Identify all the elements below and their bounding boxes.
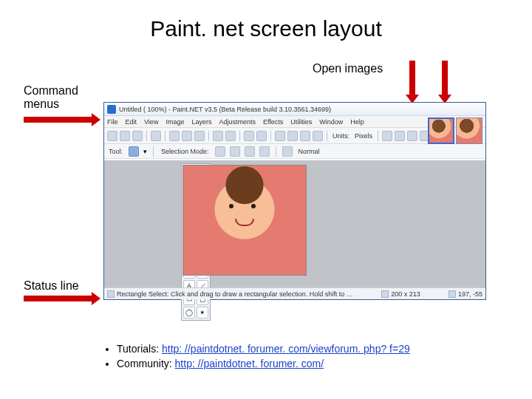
- menu-edit[interactable]: Edit: [126, 118, 137, 126]
- toolbar-sep: [208, 131, 209, 141]
- new-icon[interactable]: [107, 131, 117, 141]
- normal-label[interactable]: Normal: [297, 148, 321, 155]
- cut-icon[interactable]: [169, 131, 180, 141]
- toolbar-sep: [378, 131, 378, 141]
- toolbar-sep: [165, 131, 166, 141]
- titlebar: Untitled ( 100%) - Paint.NET v3.5 (Beta …: [104, 103, 485, 116]
- bullet-prefix: Tutorials:: [117, 343, 162, 355]
- save-icon[interactable]: [132, 131, 143, 141]
- menu-help[interactable]: Help: [350, 118, 364, 126]
- current-image[interactable]: [183, 165, 307, 276]
- toolbar-sep: [276, 146, 276, 157]
- image-content: [183, 166, 306, 275]
- community-link[interactable]: http: //paintdotnet. forumer. com/: [175, 358, 324, 369]
- menu-file[interactable]: File: [107, 118, 118, 126]
- tool-options-bar: Tool: ▾ Selection Mode: Normal: [104, 144, 485, 159]
- app-icon: [107, 105, 116, 114]
- selmode-replace-icon[interactable]: [215, 146, 225, 157]
- freeform-shape-icon[interactable]: ✶: [197, 307, 208, 318]
- status-hint: Rectangle Select: Click and drag to draw…: [117, 290, 353, 298]
- print-icon[interactable]: [151, 131, 161, 141]
- units-label: Units:: [331, 132, 351, 140]
- menu-window[interactable]: Window: [319, 118, 343, 126]
- thumb-1[interactable]: [428, 117, 454, 144]
- toolbar-sep: [153, 146, 154, 157]
- arrow-open-images-2: [442, 61, 448, 96]
- toolbar-sep: [270, 131, 271, 141]
- tool-label: Tool:: [107, 148, 124, 155]
- open-icon[interactable]: [120, 131, 130, 141]
- active-tool-icon[interactable]: [129, 146, 139, 157]
- grid-icon[interactable]: [300, 131, 310, 141]
- arrow-command-menus: [24, 117, 93, 123]
- deselect-icon[interactable]: [225, 131, 236, 141]
- bullet-tutorials: Tutorials: http: //paintdotnet. forumer.…: [117, 343, 410, 355]
- label-open-images: Open images: [313, 62, 383, 75]
- status-tool-icon: [107, 290, 115, 298]
- redo-icon[interactable]: [256, 131, 267, 141]
- zoom-in-icon[interactable]: [275, 131, 285, 141]
- toolbar-sep: [146, 131, 147, 141]
- paste-icon[interactable]: [194, 131, 205, 141]
- units-value[interactable]: Pixels: [353, 132, 374, 140]
- rulers-icon[interactable]: [313, 131, 323, 141]
- ellipse-shape-icon[interactable]: ◯: [183, 307, 195, 318]
- status-size: 200 x 213: [391, 290, 420, 298]
- panel-history-icon[interactable]: [395, 131, 405, 141]
- arrow-open-images-1: [409, 61, 415, 96]
- cursor-pos-icon: [449, 290, 456, 298]
- slide-title: Paint. net screen layout: [0, 16, 532, 41]
- menu-layers[interactable]: Layers: [191, 118, 211, 126]
- undo-icon[interactable]: [244, 131, 254, 141]
- size-icon: [381, 290, 389, 298]
- thumb-2[interactable]: [456, 117, 482, 144]
- flood-icon[interactable]: [282, 146, 293, 157]
- app-window: Untitled ( 100%) - Paint.NET v3.5 (Beta …: [103, 102, 486, 300]
- zoom-out-icon[interactable]: [287, 131, 298, 141]
- panel-layers-icon[interactable]: [407, 131, 417, 141]
- label-status-line: Status line: [24, 279, 79, 293]
- selection-mode-label: Selection Mode:: [160, 148, 211, 155]
- selmode-add-icon[interactable]: [230, 146, 240, 157]
- arrow-status-line: [24, 296, 93, 301]
- menu-adjustments[interactable]: Adjustments: [219, 118, 256, 126]
- status-bar: Rectangle Select: Click and drag to draw…: [104, 287, 485, 299]
- menu-image[interactable]: Image: [166, 118, 184, 126]
- bullet-prefix: Community:: [117, 358, 175, 369]
- bullet-community: Community: http: //paintdotnet. forumer.…: [117, 358, 410, 369]
- selmode-sub-icon[interactable]: [245, 146, 255, 157]
- toolbar-sep: [327, 131, 327, 141]
- status-pos: 197, -55: [458, 290, 482, 298]
- menu-view[interactable]: View: [144, 118, 158, 126]
- canvas-area[interactable]: Tool.. ▭ ✥ ◌ ↔ ◯ 🔍 ✦ ✋ 🪣 ◧ 🖌 ◫ ✎ ⌕ ⎘ ◐ A…: [104, 160, 485, 287]
- label-command-menus: Command menus: [24, 84, 78, 111]
- panel-tools-icon[interactable]: [382, 131, 392, 141]
- window-title: Untitled ( 100%) - Paint.NET v3.5 (Beta …: [119, 106, 331, 113]
- open-images-strip: [428, 117, 482, 144]
- menu-effects[interactable]: Effects: [263, 118, 283, 126]
- menu-utilities[interactable]: Utilities: [290, 118, 312, 126]
- copy-icon[interactable]: [182, 131, 192, 141]
- toolbar-sep: [239, 131, 240, 141]
- footer-links: Tutorials: http: //paintdotnet. forumer.…: [103, 343, 410, 372]
- crop-icon[interactable]: [213, 131, 223, 141]
- tutorials-link[interactable]: http: //paintdotnet. forumer. com/viewfo…: [162, 343, 410, 355]
- selmode-invert-icon[interactable]: [259, 146, 270, 157]
